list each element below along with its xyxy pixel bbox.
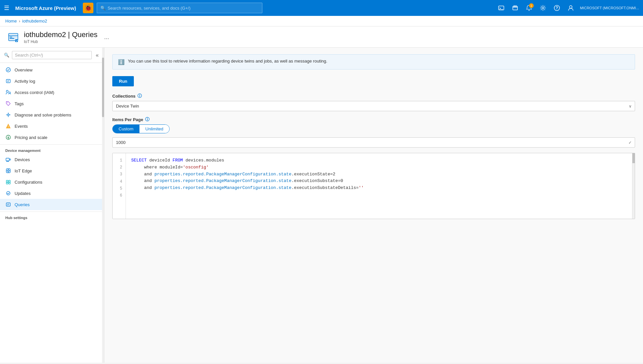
svg-text:$: $ — [7, 136, 9, 139]
sidebar-search-bar: 🔍 « — [0, 48, 104, 63]
line-number-6: 6 — [113, 192, 126, 199]
line-number-3: 3 — [113, 171, 126, 178]
hub-settings-label: Hub settings — [0, 211, 104, 221]
sidebar: 🔍 « Overview Activity log A — [0, 48, 104, 363]
svg-rect-13 — [10, 37, 12, 37]
toggle-custom[interactable]: Custom — [113, 125, 139, 133]
help-icon[interactable]: ? — [551, 2, 563, 14]
code-content[interactable]: SELECT deviceId FROM devices.modules whe… — [126, 153, 632, 219]
sidebar-item-iot-edge-label: IoT Edge — [15, 168, 32, 173]
topbar: ☰ Microsoft Azure (Preview) 🐞 🔍 1 ? MICR… — [0, 0, 643, 16]
toggle-group: Custom Unlimited — [112, 124, 170, 133]
collections-label: Collections ⓘ — [112, 93, 635, 99]
sidebar-search-icon: 🔍 — [4, 53, 9, 58]
hamburger-menu[interactable]: ☰ — [4, 4, 9, 12]
activity-icon — [5, 78, 11, 84]
code-line-numbers: 1 2 3 4 5 6 — [113, 153, 126, 219]
items-per-page-info-icon[interactable]: ⓘ — [145, 116, 149, 122]
sidebar-item-iot-edge[interactable]: IoT Edge — [0, 165, 104, 176]
sidebar-item-pricing-label: Pricing and scale — [15, 135, 47, 140]
cloud-shell-icon[interactable] — [495, 2, 507, 14]
breadcrumb-sep: › — [19, 19, 20, 23]
code-line-2: where moduleId='osconfig' — [131, 164, 627, 171]
svg-rect-30 — [10, 159, 11, 160]
devices-icon — [5, 157, 11, 162]
sidebar-scrollbar[interactable] — [102, 48, 104, 363]
sidebar-item-queries[interactable]: Queries — [0, 199, 104, 210]
collections-info-icon[interactable]: ⓘ — [137, 93, 142, 99]
page-icon — [7, 31, 20, 44]
sidebar-search-input[interactable] — [12, 51, 92, 59]
sidebar-item-overview[interactable]: Overview — [0, 64, 104, 75]
content-area: ℹ️ You can use this tool to retrieve inf… — [104, 48, 643, 363]
breadcrumb-home[interactable]: Home — [5, 19, 17, 23]
svg-rect-0 — [499, 6, 504, 10]
notifications-icon[interactable]: 1 — [523, 2, 535, 14]
line-number-1: 1 — [113, 157, 126, 164]
sidebar-item-updates-label: Updates — [15, 191, 30, 196]
page-title-block: iothubdemo2 | Queries IoT Hub — [24, 30, 97, 44]
collections-section: Collections ⓘ Device Twin Module Twin Jo… — [112, 93, 635, 111]
overview-icon — [5, 67, 11, 73]
topbar-icons: 1 ? MICROSOFT (MICROSOFT.ONMI... — [495, 2, 639, 14]
svg-point-26 — [8, 127, 8, 127]
feedback-icon[interactable]: 🐞 — [83, 3, 93, 13]
svg-point-5 — [528, 10, 529, 11]
page-more-button[interactable]: ... — [104, 34, 109, 41]
main-layout: 🔍 « Overview Activity log A — [0, 48, 643, 363]
line-number-4: 4 — [113, 178, 126, 185]
notification-count: 1 — [529, 3, 534, 8]
sidebar-item-configurations[interactable]: Configurations — [0, 176, 104, 188]
sidebar-item-diagnose[interactable]: Diagnose and solve problems — [0, 109, 104, 120]
code-line-1: SELECT deviceId FROM devices.modules — [131, 157, 627, 164]
svg-rect-43 — [9, 182, 10, 184]
sidebar-item-configurations-label: Configurations — [15, 180, 42, 185]
sidebar-item-activity-log[interactable]: Activity log — [0, 75, 104, 87]
line-number-2: 2 — [113, 164, 126, 171]
settings-icon[interactable] — [537, 2, 549, 14]
sidebar-item-events[interactable]: Events — [0, 120, 104, 132]
code-editor[interactable]: 1 2 3 4 5 6 SELECT deviceId FROM devices… — [112, 153, 635, 219]
svg-rect-17 — [6, 79, 10, 83]
iam-icon — [5, 89, 11, 95]
sidebar-collapse-button[interactable]: « — [94, 52, 100, 59]
editor-scroll-thumb — [632, 153, 635, 163]
sidebar-item-updates[interactable]: Updates — [0, 188, 104, 199]
svg-rect-14 — [10, 38, 14, 39]
sidebar-item-queries-label: Queries — [15, 202, 30, 207]
queries-icon — [5, 202, 11, 207]
items-per-page-select-wrapper: 1000 100 500 ✓ — [112, 137, 635, 148]
page-subtitle: IoT Hub — [24, 39, 97, 44]
svg-point-6 — [542, 7, 544, 9]
profile-icon[interactable] — [565, 2, 577, 14]
svg-rect-42 — [6, 182, 8, 184]
svg-text:?: ? — [556, 6, 558, 10]
sidebar-item-iam[interactable]: Access control (IAM) — [0, 87, 104, 98]
run-button[interactable]: Run — [112, 76, 134, 86]
user-tenant[interactable]: MICROSOFT (MICROSOFT.ONMI... — [580, 6, 639, 10]
sidebar-item-tags[interactable]: Tags — [0, 98, 104, 109]
info-message: You can use this tool to retrieve inform… — [128, 59, 327, 64]
svg-point-20 — [6, 90, 8, 92]
pricing-icon: $ — [5, 134, 11, 140]
svg-point-23 — [8, 114, 9, 116]
directory-icon[interactable] — [509, 2, 521, 14]
sidebar-item-devices[interactable]: Devices — [0, 154, 104, 165]
topbar-search[interactable]: 🔍 — [97, 3, 262, 13]
svg-point-22 — [7, 103, 8, 103]
sidebar-item-events-label: Events — [15, 124, 28, 129]
svg-rect-41 — [9, 180, 10, 182]
editor-scrollbar[interactable] — [632, 153, 635, 219]
sidebar-item-pricing[interactable]: $ Pricing and scale — [0, 132, 104, 143]
toggle-unlimited[interactable]: Unlimited — [139, 125, 169, 133]
items-per-page-select[interactable]: 1000 100 500 — [112, 137, 635, 148]
events-icon — [5, 123, 11, 129]
updates-icon — [5, 190, 11, 196]
code-line-5: and properties.reported.PackageManagerCo… — [131, 185, 627, 192]
breadcrumb-hub[interactable]: iothubdemo2 — [22, 19, 47, 23]
search-icon: 🔍 — [100, 6, 106, 11]
collections-select[interactable]: Device Twin Module Twin Jobs Message Rou… — [112, 101, 635, 111]
svg-rect-40 — [6, 180, 8, 182]
search-input[interactable] — [108, 6, 259, 11]
svg-rect-29 — [6, 158, 9, 161]
